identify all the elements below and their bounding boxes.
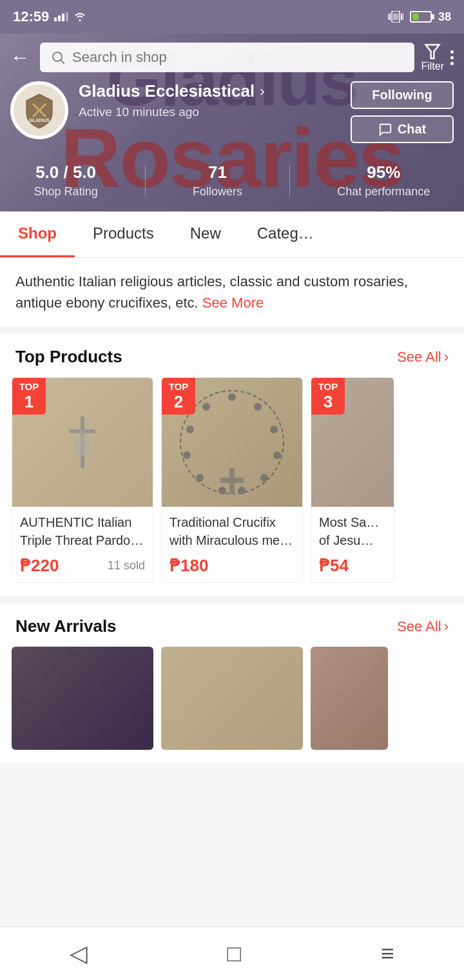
nav-back-button[interactable]: ◁ [57, 937, 101, 970]
arrival-card-3[interactable] [311, 647, 388, 750]
product-image-1: TOP 1 [12, 378, 153, 507]
chat-perf-label: Chat performance [337, 185, 430, 199]
back-button[interactable]: ← [10, 46, 34, 68]
svg-point-18 [75, 435, 90, 456]
filter-label: Filter [421, 61, 444, 72]
svg-point-27 [218, 487, 226, 495]
shop-active-status: Active 10 minutes ago [79, 105, 340, 119]
svg-rect-2 [62, 14, 64, 21]
shop-name-row: Gladius Ecclesiastical › [79, 81, 340, 101]
svg-point-31 [202, 403, 210, 411]
shop-name-block: Gladius Ecclesiastical › Active 10 minut… [79, 81, 340, 119]
followers-label: Followers [193, 185, 242, 199]
shop-banner: Gladius Rosaries ← Filter [0, 34, 464, 211]
avatar-image: GLADIUS [14, 84, 65, 136]
product-price-3: ₱54 [319, 556, 349, 576]
stat-divider-2 [289, 165, 290, 196]
following-button[interactable]: Following [351, 81, 454, 109]
followers-value: 71 [193, 162, 242, 182]
stats-row: 5.0 / 5.0 Shop Rating 71 Followers 95% C… [0, 153, 464, 211]
shop-info-row: GLADIUS Gladius Ecclesiastical › Active … [0, 81, 464, 153]
nav-menu-button[interactable]: ≡ [368, 937, 407, 970]
product-price-row-1: ₱220 11 sold [20, 556, 145, 576]
tab-products[interactable]: Products [75, 211, 172, 257]
top-badge-2: TOP 2 [162, 378, 195, 415]
arrival-card-2[interactable] [161, 647, 303, 750]
svg-rect-5 [393, 14, 398, 20]
product-name-2: Traditional Crucifix with Miraculous me… [169, 513, 295, 549]
svg-point-19 [79, 429, 86, 436]
products-row: TOP 1 AUTHENTIC Italian Triple Threat Pa… [0, 377, 464, 583]
svg-point-25 [260, 474, 268, 482]
svg-point-24 [273, 451, 281, 459]
tab-shop[interactable]: Shop [0, 211, 75, 257]
stat-divider-1 [145, 165, 146, 196]
battery-level: 38 [438, 10, 451, 24]
svg-point-10 [53, 52, 62, 61]
svg-point-26 [238, 487, 246, 495]
filter-icon [423, 43, 441, 61]
stat-rating: 5.0 / 5.0 Shop Rating [34, 162, 98, 199]
time-display: 12:59 [13, 8, 49, 25]
product-image-2: TOP 2 [162, 378, 302, 507]
see-more-desc[interactable]: See More [202, 295, 264, 311]
new-arrivals-see-all[interactable]: See All › [397, 618, 449, 635]
top-products-see-all[interactable]: See All › [397, 349, 449, 366]
chat-icon [378, 122, 392, 137]
product-price-row-2: ₱180 [169, 556, 295, 576]
shop-arrow-icon[interactable]: › [260, 83, 264, 100]
battery-icon [410, 11, 432, 23]
vibrate-icon [388, 11, 403, 23]
svg-rect-3 [66, 12, 68, 21]
product-price-row-3: ₱54 [319, 556, 386, 576]
chevron-right-icon-2: › [444, 618, 449, 635]
svg-point-28 [196, 474, 204, 482]
svg-point-22 [254, 403, 262, 411]
product-info-3: Most Sa… of Jesu… ₱54 [311, 507, 394, 582]
top-badge-3: TOP 3 [311, 378, 345, 415]
status-right: 38 [388, 10, 451, 24]
svg-marker-12 [426, 45, 440, 59]
product-name-3: Most Sa… of Jesu… [319, 513, 386, 549]
more-button[interactable] [450, 50, 454, 65]
product-card-1[interactable]: TOP 1 AUTHENTIC Italian Triple Threat Pa… [12, 377, 153, 583]
chat-button[interactable]: Chat [351, 115, 454, 143]
filter-button[interactable]: Filter [421, 43, 444, 72]
top-products-header: Top Products See All › [0, 347, 464, 377]
svg-line-11 [61, 61, 65, 64]
product-image-3: TOP 3 [311, 378, 394, 507]
search-row: ← Filter [0, 34, 464, 81]
tab-bar: Shop Products New Categ… [0, 211, 464, 258]
stat-chat-perf: 95% Chat performance [337, 162, 430, 199]
new-arrivals-row [0, 647, 464, 750]
svg-rect-33 [220, 478, 244, 483]
rating-label: Shop Rating [34, 185, 98, 199]
search-icon [50, 50, 66, 65]
tab-new[interactable]: New [172, 211, 239, 257]
nav-bar: ◁ □ ≡ [0, 926, 464, 980]
svg-point-23 [270, 426, 278, 433]
search-box[interactable] [40, 43, 414, 72]
svg-text:GLADIUS: GLADIUS [29, 118, 50, 122]
chevron-right-icon: › [444, 349, 449, 366]
product-card-2[interactable]: TOP 2 Traditional Crucifix with Miraculo… [161, 377, 303, 583]
product-price-2: ₱180 [169, 556, 208, 576]
tab-categories[interactable]: Categ… [239, 211, 332, 257]
svg-rect-0 [54, 17, 57, 21]
top-badge-1: TOP 1 [12, 378, 46, 415]
svg-point-30 [186, 426, 194, 433]
product-sold-1: 11 sold [108, 559, 145, 573]
nav-home-button[interactable]: □ [215, 937, 255, 970]
arrival-card-1[interactable] [12, 647, 153, 750]
product-info-1: AUTHENTIC Italian Triple Threat Pardo… ₱… [12, 507, 153, 582]
shop-avatar: GLADIUS [10, 81, 68, 139]
search-input[interactable] [72, 49, 404, 66]
svg-point-29 [183, 451, 191, 459]
product-card-3[interactable]: TOP 3 Most Sa… of Jesu… ₱54 [311, 377, 394, 583]
svg-rect-1 [58, 15, 61, 21]
top-products-section: Top Products See All › TOP 1 [0, 334, 464, 596]
shop-description: Authentic Italian religious articles, cl… [0, 258, 464, 326]
bottom-spacer [0, 770, 464, 835]
top-products-title: Top Products [15, 347, 122, 367]
new-arrivals-section: New Arrivals See All › [0, 603, 464, 763]
